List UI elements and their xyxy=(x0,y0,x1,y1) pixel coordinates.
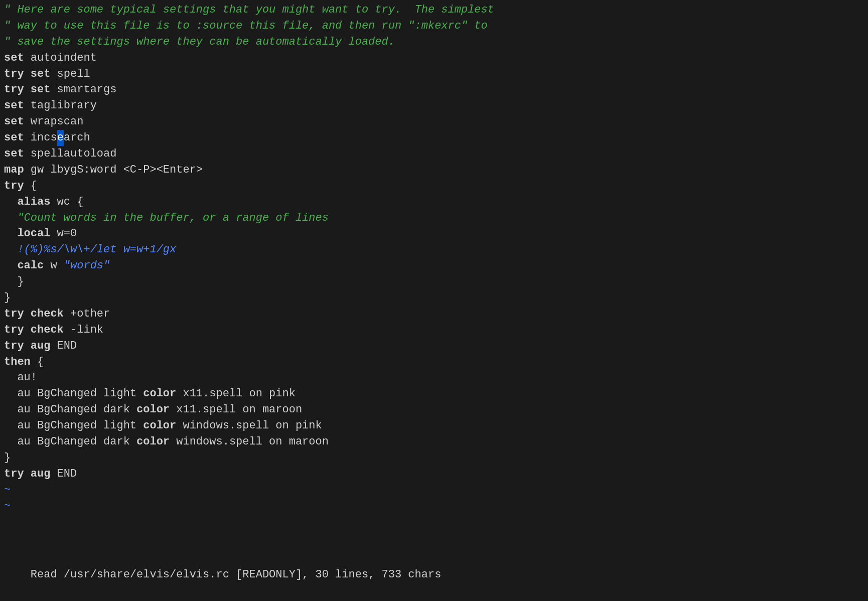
keyword: alias xyxy=(17,194,50,210)
code xyxy=(4,258,17,274)
keyword: set xyxy=(31,82,51,98)
line-15: local w=0 xyxy=(4,226,864,242)
keyword: then xyxy=(4,354,31,370)
keyword: set xyxy=(4,98,24,114)
tilde: ~ xyxy=(4,482,11,498)
code: windows.spell on pink xyxy=(176,418,322,434)
line-17: calc w "words" xyxy=(4,258,864,274)
line-29: } xyxy=(4,450,864,466)
code xyxy=(4,194,17,210)
code xyxy=(4,242,17,258)
code: wc { xyxy=(50,194,83,210)
line-23: then { xyxy=(4,354,864,370)
code: spell xyxy=(50,66,90,82)
line-1: " Here are some typical settings that yo… xyxy=(4,2,864,18)
tilde-line-2: ~ xyxy=(4,498,864,514)
keyword: color xyxy=(136,402,170,418)
keyword: aug xyxy=(31,466,51,482)
code: } xyxy=(4,290,11,306)
blue-code: !(%)%s/\w\+/let w=w+1/gx xyxy=(17,242,176,258)
number: 0 xyxy=(70,226,77,242)
line-26: au BgChanged dark color x11.spell on mar… xyxy=(4,402,864,418)
line-24: au! xyxy=(4,370,864,386)
code xyxy=(24,66,31,82)
keyword: try xyxy=(4,66,24,82)
code: spellautoload xyxy=(24,146,117,162)
code xyxy=(24,82,31,98)
keyword: set xyxy=(4,146,24,162)
code: w= xyxy=(50,226,70,242)
code: autoindent xyxy=(24,50,97,66)
code: -link xyxy=(64,322,103,338)
code: smartargs xyxy=(50,82,116,98)
keyword: check xyxy=(31,306,64,322)
code: END xyxy=(50,466,77,482)
keyword: aug xyxy=(31,338,51,354)
code: +other xyxy=(64,306,110,322)
code: x11.spell on pink xyxy=(176,386,296,402)
comment-text: " save the settings where they can be au… xyxy=(4,34,395,50)
code xyxy=(4,210,17,226)
code xyxy=(24,466,31,482)
tilde: ~ xyxy=(4,498,11,514)
code: x11.spell on maroon xyxy=(170,402,302,418)
line-4: set autoindent xyxy=(4,50,864,66)
code: { xyxy=(31,354,44,370)
keyword: color xyxy=(136,434,170,450)
line-11: map gw lbygS:word <C-P><Enter> xyxy=(4,162,864,178)
code: gw lbygS:word <C-P><Enter> xyxy=(24,162,203,178)
line-22: try aug END xyxy=(4,338,864,354)
code: END xyxy=(50,338,77,354)
line-5: try set spell xyxy=(4,66,864,82)
keyword: local xyxy=(17,226,50,242)
keyword: calc xyxy=(17,258,44,274)
code: windows.spell on maroon xyxy=(170,434,329,450)
code: au! xyxy=(4,370,37,386)
status-text: Read /usr/share/elvis/elvis.rc [READONLY… xyxy=(31,568,442,581)
line-20: try check +other xyxy=(4,306,864,322)
line-25: au BgChanged light color x11.spell on pi… xyxy=(4,386,864,402)
line-8: set wrapscan xyxy=(4,114,864,130)
line-19: } xyxy=(4,290,864,306)
keyword: try xyxy=(4,82,24,98)
code: arch xyxy=(64,130,90,146)
keyword: set xyxy=(4,50,24,66)
line-13: alias wc { xyxy=(4,194,864,210)
status-bar: Read /usr/share/elvis/elvis.rc [READONLY… xyxy=(0,549,868,601)
code: wrapscan xyxy=(24,114,84,130)
line-16: !(%)%s/\w\+/let w=w+1/gx xyxy=(4,242,864,258)
line-27: au BgChanged light color windows.spell o… xyxy=(4,418,864,434)
line-14: "Count words in the buffer, or a range o… xyxy=(4,210,864,226)
code: au BgChanged dark xyxy=(4,402,136,418)
comment-text: " way to use this file is to :source thi… xyxy=(4,18,488,34)
keyword: try xyxy=(4,178,24,194)
content-area[interactable]: " Here are some typical settings that yo… xyxy=(0,0,868,549)
keyword: color xyxy=(143,386,176,402)
keyword: map xyxy=(4,162,24,178)
keyword: try xyxy=(4,322,24,338)
comment-text: " Here are some typical settings that yo… xyxy=(4,2,494,18)
line-2: " way to use this file is to :source thi… xyxy=(4,18,864,34)
code xyxy=(24,322,31,338)
keyword: try xyxy=(4,338,24,354)
code xyxy=(24,306,31,322)
cursor: e xyxy=(57,130,64,146)
code xyxy=(4,226,17,242)
line-28: au BgChanged dark color windows.spell on… xyxy=(4,434,864,450)
line-21: try check -link xyxy=(4,322,864,338)
keyword: set xyxy=(4,130,24,146)
keyword: check xyxy=(31,322,64,338)
comment-text: "Count words in the buffer, or a range o… xyxy=(17,210,329,226)
blue-code: "words" xyxy=(64,258,110,274)
line-10: set spellautoload xyxy=(4,146,864,162)
line-18: } xyxy=(4,274,864,290)
line-6: try set smartargs xyxy=(4,82,864,98)
line-12: try { xyxy=(4,178,864,194)
line-3: " save the settings where they can be au… xyxy=(4,34,864,50)
code: w xyxy=(44,258,64,274)
code: au BgChanged dark xyxy=(4,434,136,450)
keyword: color xyxy=(143,418,176,434)
code: au BgChanged light xyxy=(4,418,143,434)
code xyxy=(24,338,31,354)
keyword: try xyxy=(4,306,24,322)
